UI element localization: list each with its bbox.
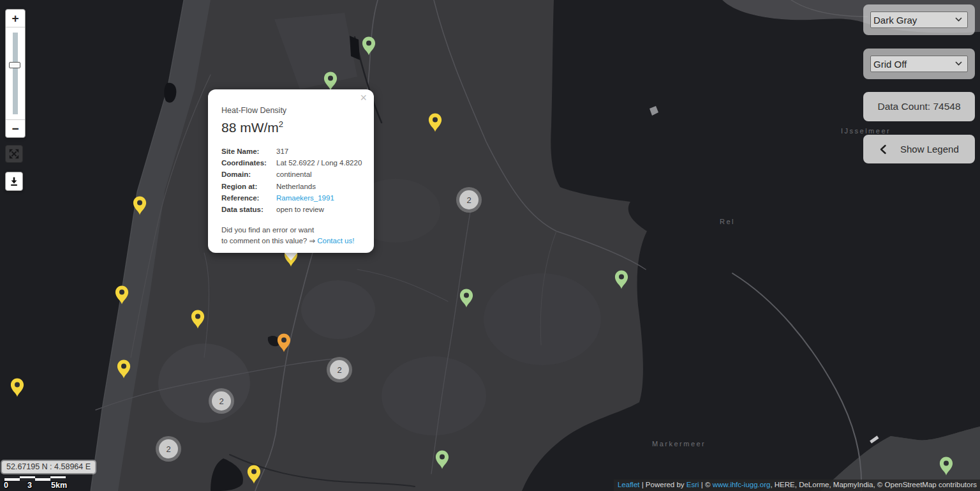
popup-row-label: Region at: — [221, 181, 276, 192]
marker-cluster[interactable]: 2 — [327, 357, 352, 382]
map-pin-green[interactable] — [435, 450, 449, 469]
fullscreen-button[interactable] — [5, 145, 23, 163]
chevron-left-icon — [879, 144, 887, 155]
popup-row-label: Reference: — [221, 192, 276, 204]
scale-label-5km: 5km — [51, 481, 67, 490]
marker-cluster[interactable]: 2 — [456, 187, 482, 213]
popup-row-label: Coordinates: — [221, 157, 276, 169]
scale-segment — [4, 476, 20, 481]
cluster-count: 2 — [212, 391, 231, 411]
ihfc-link[interactable]: www.ihfc-iugg.org — [713, 481, 771, 488]
popup-footer-line2: to comment on this value? ⇒ — [221, 237, 317, 245]
heat-flow-value: 88 mW/m2 — [221, 119, 362, 135]
leaflet-link[interactable]: Leaflet — [618, 481, 640, 488]
popup-row-label: Domain: — [221, 169, 276, 180]
scale-segment — [50, 476, 66, 481]
zoom-out-button[interactable]: − — [6, 120, 25, 137]
grid-select[interactable]: Grid Off — [870, 56, 968, 72]
data-count-label: Data Count: 74548 — [877, 101, 960, 112]
map-pin-orange[interactable] — [277, 333, 291, 352]
map-pin-green[interactable] — [323, 72, 338, 91]
zoom-slider-track[interactable] — [13, 33, 18, 114]
map-pin-yellow[interactable] — [133, 196, 147, 215]
popup-footer: Did you find an error or want to comment… — [221, 225, 362, 246]
show-legend-label: Show Legend — [900, 144, 959, 155]
map-pin-green[interactable] — [614, 270, 628, 289]
attribution-text: , HERE, DeLorme, MapmyIndia, © OpenStree… — [770, 481, 977, 488]
download-icon — [9, 176, 19, 187]
map-application: IJsselmeerRelMarkermeer 2222 × Heat-Flow… — [0, 0, 980, 491]
map-pin-green[interactable] — [459, 289, 473, 308]
scale-label-0: 0 — [4, 481, 8, 490]
attribution-bar: Leaflet | Powered by Esri | © www.ihfc-i… — [614, 480, 980, 491]
zoom-in-button[interactable]: + — [6, 10, 25, 27]
contact-us-link[interactable]: Contact us! — [317, 237, 354, 245]
grid-panel: Grid Off — [863, 49, 975, 79]
map-pin-yellow[interactable] — [191, 310, 205, 329]
reference-link[interactable]: Ramaekers_1991 — [276, 192, 362, 204]
popup-tip — [284, 252, 298, 261]
scale-bar — [4, 476, 66, 481]
cluster-count: 2 — [330, 360, 349, 379]
zoom-slider[interactable] — [6, 27, 25, 120]
attribution-text: | Powered by — [639, 481, 686, 488]
data-count-panel: Data Count: 74548 — [863, 92, 975, 121]
map-pin-yellow[interactable] — [428, 113, 442, 132]
popup-row-value: 317 — [276, 146, 362, 157]
basemap-panel: Dark Gray — [863, 4, 975, 35]
site-popup: × Heat-Flow Density 88 mW/m2 Site Name:3… — [208, 89, 374, 253]
map-pin-yellow[interactable] — [115, 285, 129, 305]
cluster-count: 2 — [159, 439, 178, 458]
zoom-control: + − — [5, 9, 26, 138]
cluster-count: 2 — [459, 190, 479, 209]
popup-row-value: Lat 52.6922 / Long 4.8220 — [276, 157, 362, 169]
marker-cluster[interactable]: 2 — [156, 436, 181, 462]
download-button[interactable] — [5, 172, 23, 191]
popup-row-value: open to review — [276, 204, 362, 215]
attribution-text: | © — [699, 481, 713, 488]
map-pin-yellow[interactable] — [10, 378, 24, 397]
coordinate-readout: 52.67195 N : 4.58964 E — [2, 461, 95, 473]
popup-row-label: Data status: — [221, 204, 276, 215]
show-legend-button[interactable]: Show Legend — [863, 135, 975, 163]
popup-row-label: Site Name: — [221, 146, 276, 157]
map-pin-yellow[interactable] — [247, 465, 261, 484]
marker-cluster[interactable]: 2 — [209, 388, 234, 414]
basemap-select[interactable]: Dark Gray — [870, 11, 968, 28]
popup-footer-line1: Did you find an error or want — [221, 226, 314, 234]
map-pin-green[interactable] — [939, 457, 953, 476]
popup-title: Heat-Flow Density — [221, 106, 362, 115]
popup-row-value: Netherlands — [276, 181, 362, 192]
zoom-slider-handle[interactable] — [9, 62, 20, 68]
map-pin-yellow[interactable] — [117, 359, 131, 379]
map-pin-green[interactable] — [362, 36, 376, 56]
popup-row-value: continental — [276, 169, 362, 180]
esri-link[interactable]: Esri — [687, 481, 699, 488]
map-canvas[interactable] — [0, 0, 980, 491]
popup-detail-rows: Site Name:317Coordinates:Lat 52.6922 / L… — [221, 146, 362, 215]
popup-close-icon[interactable]: × — [360, 92, 367, 103]
scale-label-3: 3 — [27, 481, 32, 490]
scale-segment — [35, 476, 50, 481]
scale-segment — [20, 476, 35, 481]
fullscreen-expand-icon — [8, 148, 20, 160]
